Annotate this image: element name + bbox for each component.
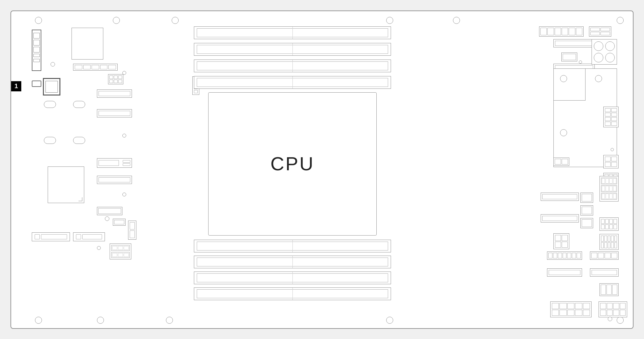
dimm-slot-4 bbox=[194, 76, 391, 89]
mount-hole-sm5 bbox=[105, 216, 109, 221]
chip-topleft bbox=[72, 28, 103, 60]
dimm-slot-1 bbox=[194, 26, 391, 39]
mount-hole-t3 bbox=[172, 17, 179, 24]
mount-hole-sm7 bbox=[97, 246, 101, 250]
right-slot-2 bbox=[561, 53, 577, 61]
horiz-conn-1 bbox=[73, 64, 118, 71]
mount-hole-b4 bbox=[386, 317, 393, 324]
oval-3 bbox=[44, 137, 56, 144]
slot-2 bbox=[97, 109, 132, 117]
dimm-slot-7 bbox=[194, 272, 391, 284]
atx-24pin bbox=[547, 251, 582, 260]
right-fan-2 bbox=[599, 283, 619, 296]
small-slot-4 bbox=[97, 207, 122, 215]
right-8pin bbox=[603, 107, 619, 127]
dimm-slot-3 bbox=[194, 60, 391, 72]
mount-hole-t4 bbox=[386, 17, 393, 24]
small-vert-conn bbox=[128, 221, 136, 240]
chip-lowerleft bbox=[48, 166, 84, 203]
vrm-hole-2 bbox=[560, 129, 567, 136]
vrm-hole-1 bbox=[560, 75, 567, 82]
front-panel-conn bbox=[550, 301, 592, 317]
vrm-hole-3 bbox=[595, 75, 602, 82]
slot-3 bbox=[97, 176, 132, 184]
mount-hole-sm4 bbox=[122, 193, 126, 196]
mount-hole-t5 bbox=[453, 17, 460, 24]
dimm-slot-6 bbox=[194, 256, 391, 268]
stacked-conn-bottom bbox=[110, 244, 131, 259]
mount-hole-t2 bbox=[113, 17, 120, 24]
bottom-right-1 bbox=[547, 268, 582, 277]
right-20pin bbox=[599, 234, 619, 250]
eps-4pin bbox=[589, 26, 611, 37]
tiny-conn-1 bbox=[113, 219, 126, 226]
right-big-conn bbox=[592, 39, 617, 65]
mount-right-2 bbox=[611, 148, 614, 151]
eps-right-bottom bbox=[590, 251, 619, 260]
dimm-slot-8 bbox=[194, 287, 391, 300]
oval-2 bbox=[73, 101, 85, 108]
bottom-conn-2 bbox=[73, 232, 105, 241]
mount-br-inner bbox=[608, 317, 612, 321]
sata-right-2 bbox=[580, 205, 593, 215]
mount-hole-tr bbox=[617, 17, 624, 24]
mount-hole-br bbox=[617, 317, 624, 324]
usbc-connector bbox=[32, 81, 41, 87]
right-4pin bbox=[603, 155, 619, 168]
slot-1 bbox=[97, 89, 132, 98]
io-usb-left bbox=[32, 30, 41, 71]
m2-slot-1 bbox=[97, 158, 132, 168]
oval-4 bbox=[73, 137, 85, 144]
power-24pin bbox=[539, 26, 584, 37]
right-horiz-2 bbox=[541, 214, 579, 222]
usb3-header bbox=[553, 233, 569, 249]
small-conn-1 bbox=[108, 74, 123, 84]
mount-hole-b3 bbox=[166, 317, 173, 324]
label-1-badge: 1 bbox=[11, 81, 21, 91]
cpu-socket: CPU bbox=[208, 92, 377, 236]
mount-hole-sm1 bbox=[51, 62, 55, 67]
cpu-label: CPU bbox=[271, 153, 315, 175]
dimm-slot-2 bbox=[194, 43, 391, 56]
mount-right-1 bbox=[579, 60, 582, 64]
bottom-right-3 bbox=[599, 301, 627, 317]
right-slot-1 bbox=[553, 39, 595, 47]
bottom-conn-1 bbox=[32, 232, 70, 241]
usb-bracket-main bbox=[43, 78, 60, 95]
debug-conn bbox=[553, 158, 569, 166]
dimm-slot-5 bbox=[194, 240, 391, 252]
oval-1 bbox=[44, 101, 56, 108]
mount-hole-tl bbox=[35, 17, 42, 24]
mount-hole-b2 bbox=[97, 317, 104, 324]
sata-right-3 bbox=[580, 218, 593, 228]
mount-hole-sm3 bbox=[122, 134, 126, 138]
sata-cluster-right bbox=[599, 176, 619, 201]
right-horiz-1 bbox=[541, 193, 579, 201]
fan-conn-right bbox=[599, 217, 619, 231]
mount-hole-bl bbox=[35, 317, 42, 324]
bottom-right-2 bbox=[590, 268, 619, 277]
motherboard-pcb: 1 bbox=[10, 11, 634, 329]
sata-right-1 bbox=[580, 193, 593, 203]
